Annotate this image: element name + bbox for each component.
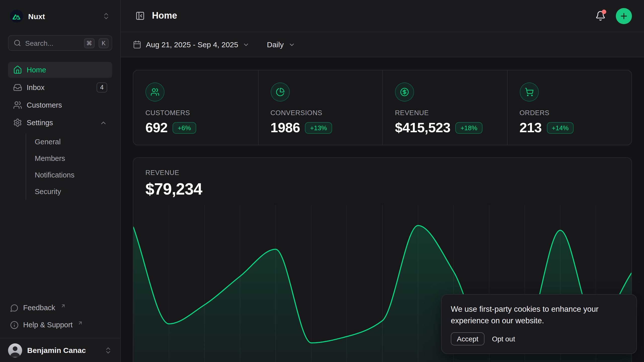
search-icon [14,39,21,47]
help-support-label: Help & Support [23,321,73,329]
stat-label: CUSTOMERS [145,109,246,117]
chevron-down-icon [288,41,295,48]
date-range-picker[interactable]: Aug 21, 2025 - Sep 4, 2025 [133,40,250,49]
sidebar-item-label: Settings [27,119,53,127]
users-icon [145,82,165,102]
stat-label: CONVERSIONS [270,109,370,117]
sidebar-item-inbox[interactable]: Inbox 4 [8,79,112,96]
stat-delta-badge: +13% [305,122,332,134]
revenue-value: $79,234 [145,180,619,199]
sidebar-item-label: Customers [27,101,62,109]
cookie-banner: We use first-party cookies to enhance yo… [441,294,637,354]
users-icon [13,101,22,110]
revenue-label: REVENUE [145,169,619,176]
stat-delta-badge: +14% [547,122,574,134]
sub-item-label: Notifications [35,171,74,179]
chevrons-up-down-icon [104,346,112,354]
inbox-count-badge: 4 [97,82,107,93]
team-selector[interactable]: Nuxt [8,6,112,26]
search-input[interactable]: Search... ⌘ K [8,35,112,51]
stat-value: 692 [145,120,168,136]
sidebar-item-label: Inbox [27,83,45,92]
gear-icon [13,118,22,127]
top-navbar: Home [121,0,644,32]
home-icon [13,65,22,74]
collapse-sidebar-button[interactable] [133,9,147,23]
sub-item-label: General [35,138,61,146]
opt-out-button[interactable]: Opt out [487,333,521,345]
sub-item-label: Security [35,187,61,195]
sidebar-item-notifications[interactable]: Notifications [35,166,112,183]
chevron-up-icon [100,119,107,126]
stat-value: 1986 [270,120,300,136]
stat-delta-badge: +6% [173,122,196,134]
filter-bar: Aug 21, 2025 - Sep 4, 2025 Daily [121,32,644,57]
external-link-icon [78,320,83,326]
sidebar-spacer [8,200,112,300]
stat-orders[interactable]: ORDERS 213 +14% [507,70,631,145]
topbar-actions [593,8,632,24]
sidebar-item-security[interactable]: Security [35,183,112,200]
feedback-label: Feedback [23,304,55,312]
sidebar-footer: Feedback Help & Support [8,300,112,338]
inbox-icon [13,83,22,92]
external-link-icon [60,303,66,309]
stat-delta-badge: +18% [455,122,482,134]
stat-conversions[interactable]: CONVERSIONS 1986 +13% [258,70,382,145]
interval-select[interactable]: Daily [267,40,295,49]
team-name: Nuxt [28,12,97,20]
chevron-down-icon [243,41,250,48]
stat-value: 213 [519,120,542,136]
accept-button[interactable]: Accept [451,332,485,345]
avatar [8,343,22,357]
feedback-link[interactable]: Feedback [8,300,112,316]
shopping-cart-icon [519,82,539,102]
settings-subnav: General Members Notifications Security [26,133,112,200]
sidebar: Nuxt Search... ⌘ K Home Inbox 4 Customer… [0,0,121,362]
sidebar-item-label: Home [27,66,46,74]
page-title: Home [152,11,177,21]
help-support-link[interactable]: Help & Support [8,317,112,333]
search-placeholder: Search... [25,39,80,47]
user-menu[interactable]: Benjamin Canac [0,338,120,362]
add-button[interactable] [616,8,632,24]
sidebar-item-members[interactable]: Members [35,150,112,166]
sub-item-label: Members [35,154,65,162]
circle-dollar-icon [395,82,414,102]
calendar-icon [133,40,141,49]
cookie-message: We use first-party cookies to enhance yo… [451,303,627,327]
interval-value: Daily [267,40,284,49]
info-circle-icon [10,321,19,329]
chart-pie-icon [270,82,290,102]
stat-value: $415,523 [395,120,450,136]
sidebar-item-customers[interactable]: Customers [8,97,112,113]
chevrons-up-down-icon [102,12,110,20]
sidebar-item-general[interactable]: General [35,133,112,150]
kbd-k: K [99,38,109,48]
sidebar-nav: Home Inbox 4 Customers Settings General … [8,62,112,200]
sidebar-item-home[interactable]: Home [8,62,112,78]
panel-left-close-icon [135,11,145,21]
user-name: Benjamin Canac [27,346,99,354]
date-range-value: Aug 21, 2025 - Sep 4, 2025 [146,40,238,49]
sidebar-item-settings[interactable]: Settings [8,115,112,131]
nuxt-logo-icon [10,10,23,23]
app-window: Nuxt Search... ⌘ K Home Inbox 4 Customer… [0,0,644,362]
notification-dot [602,9,606,14]
plus-icon [619,11,628,20]
stat-label: REVENUE [395,109,495,117]
notifications-button[interactable] [593,8,608,23]
stat-label: ORDERS [519,109,619,117]
chat-bubble-icon [10,303,19,312]
stat-revenue[interactable]: REVENUE $415,523 +18% [382,70,507,145]
stat-customers[interactable]: CUSTOMERS 692 +6% [133,70,258,145]
stats-card: CUSTOMERS 692 +6% CONVERSIONS 1986 +13% [133,70,632,145]
kbd-command: ⌘ [84,38,95,48]
